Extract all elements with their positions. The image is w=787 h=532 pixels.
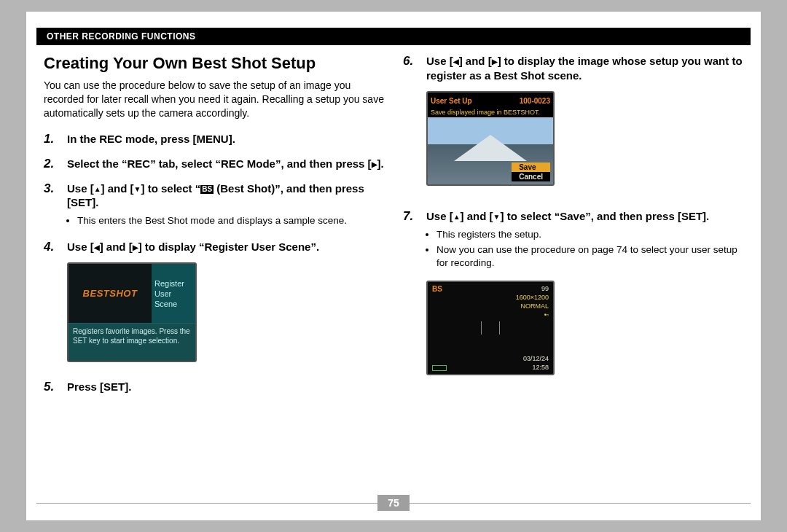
menu-item: Register (154, 279, 195, 288)
step-text: Use [▲] and [▼] to select “Save”, and th… (426, 209, 743, 224)
down-triangle-icon: ▼ (134, 184, 141, 194)
bs-indicator: BS (432, 285, 442, 293)
menu-item: Scene (154, 300, 195, 308)
menu-item: User (154, 289, 195, 298)
screenshot-title: User Set Up (431, 97, 472, 105)
cancel-option: Cancel (512, 172, 550, 181)
bestshot-logo: BESTSHOT (83, 288, 138, 299)
step-5: 5. Press [SET]. (44, 380, 384, 394)
shots-remaining: 99 (541, 285, 549, 292)
save-option: Save (512, 163, 550, 172)
page-title: Creating Your Own Best Shot Setup (44, 54, 384, 73)
right-triangle-icon: ▶ (372, 160, 377, 169)
step-number: 2. (44, 157, 60, 171)
step-text: Press [SET]. (67, 380, 384, 394)
bs-icon: BS (200, 185, 214, 194)
up-triangle-icon: ▲ (94, 184, 101, 194)
step-7: 7. Use [▲] and [▼] to select “Save”, and… (403, 209, 743, 375)
step-bullet: This registers the setup. (436, 228, 743, 241)
right-column: 6. Use [◀] and [▶] to display the image … (403, 54, 743, 491)
step-number: 3. (44, 181, 60, 196)
quality-indicator: NORMAL (520, 302, 549, 310)
content-columns: Creating Your Own Best Shot Setup You ca… (44, 54, 743, 491)
step-text: Select the “REC” tab, select “REC Mode”,… (67, 157, 384, 171)
screenshot-file-id: 100-0023 (520, 97, 550, 105)
date-indicator: 03/12/24 (523, 355, 549, 362)
mountain-graphic (454, 135, 527, 161)
screenshot-user-setup: User Set Up 100-0023 Save displayed imag… (426, 91, 555, 186)
step-6: 6. Use [◀] and [▶] to display the image … (403, 54, 743, 186)
manual-page: OTHER RECORDING FUNCTIONS Creating Your … (26, 12, 761, 520)
divider (36, 503, 377, 504)
focus-frame-icon (481, 321, 500, 335)
step-text: In the REC mode, press [MENU]. (67, 132, 384, 146)
step-3: 3. Use [▲] and [▼] to select “BS (Best S… (44, 181, 384, 230)
left-column: Creating Your Own Best Shot Setup You ca… (44, 54, 384, 491)
screenshot-bestshot-register: BESTSHOT Register User Scene Registers f… (67, 262, 197, 362)
right-triangle-icon: ▶ (492, 57, 498, 66)
left-triangle-icon: ◀ (453, 57, 459, 66)
step-1: 1. In the REC mode, press [MENU]. (44, 132, 384, 146)
screenshot-description: Registers favorite images. Press the SET… (68, 324, 195, 361)
screenshot-rec-screen: BS 99 1600×1200 NORMAL •▫ 03/12/24 12:58 (426, 281, 555, 375)
step-text: Use [◀] and [▶] to display the image who… (426, 54, 743, 82)
section-header: OTHER RECORDING FUNCTIONS (36, 28, 751, 45)
up-triangle-icon: ▲ (453, 212, 461, 222)
time-indicator: 12:58 (532, 364, 549, 371)
right-triangle-icon: ▶ (133, 243, 138, 252)
step-number: 7. (403, 209, 419, 224)
resolution-indicator: 1600×1200 (516, 294, 549, 301)
step-text: Use [▲] and [▼] to select “BS (Best Shot… (67, 181, 384, 210)
step-4: 4. Use [◀] and [▶] to display “Register … (44, 240, 384, 363)
page-footer: 75 (36, 494, 751, 512)
step-text: Use [◀] and [▶] to display “Register Use… (67, 240, 319, 254)
step-number: 4. (44, 240, 60, 254)
left-triangle-icon: ◀ (94, 243, 100, 252)
divider (410, 503, 751, 504)
section-header-text: OTHER RECORDING FUNCTIONS (47, 31, 196, 42)
step-number: 1. (44, 132, 60, 146)
page-number: 75 (377, 495, 410, 511)
down-triangle-icon: ▼ (493, 212, 501, 222)
step-number: 5. (44, 380, 60, 394)
step-2: 2. Select the “REC” tab, select “REC Mod… (44, 157, 384, 171)
screenshot-subtitle: Save displayed image in BESTSHOT. (428, 109, 553, 117)
step-number: 6. (403, 54, 419, 69)
step-bullet: Now you can use the procedure on page 74… (436, 243, 743, 270)
step-bullet: This enters the Best Shot mode and displ… (77, 214, 384, 227)
battery-icon (432, 365, 447, 371)
card-indicator: •▫ (544, 311, 549, 318)
intro-paragraph: You can use the procedure below to save … (44, 79, 384, 120)
